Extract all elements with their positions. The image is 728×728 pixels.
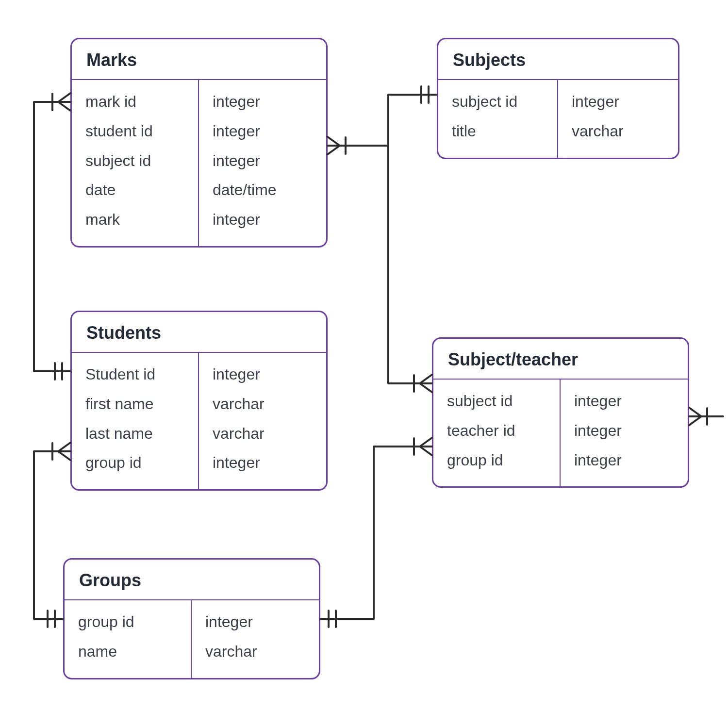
entity-marks: Marks mark id student id subject id date… bbox=[70, 38, 328, 248]
entity-fields-types: integer varchar bbox=[192, 600, 319, 678]
entity-fields-types: integer varchar bbox=[558, 80, 678, 158]
field-name: Student id bbox=[85, 360, 186, 389]
field-name: teacher id bbox=[447, 416, 548, 446]
svg-line-15 bbox=[58, 443, 70, 451]
field-type: integer bbox=[213, 448, 314, 478]
svg-line-10 bbox=[420, 375, 432, 383]
field-name: date bbox=[85, 175, 186, 205]
field-type: integer bbox=[213, 360, 314, 389]
rel-subjects-marks bbox=[328, 95, 437, 146]
entity-fields-names: subject id title bbox=[438, 80, 558, 158]
entity-groups: Groups group id name integer varchar bbox=[63, 558, 320, 679]
field-type: integer bbox=[213, 146, 314, 176]
entity-title: Subject/teacher bbox=[433, 339, 688, 380]
svg-line-24 bbox=[689, 416, 701, 425]
field-name: student id bbox=[85, 116, 186, 146]
entity-fields-names: mark id student id subject id date mark bbox=[72, 80, 199, 246]
field-name: title bbox=[452, 116, 546, 146]
svg-line-16 bbox=[58, 451, 70, 460]
field-name: subject id bbox=[85, 146, 186, 176]
field-type: integer bbox=[205, 607, 307, 637]
rel-students-marks bbox=[34, 102, 70, 371]
field-type: integer bbox=[574, 446, 676, 475]
field-name: group id bbox=[447, 446, 548, 475]
field-name: name bbox=[78, 637, 179, 666]
svg-line-20 bbox=[420, 438, 432, 447]
svg-line-23 bbox=[689, 408, 701, 416]
entity-title: Students bbox=[72, 312, 326, 353]
field-type: integer bbox=[574, 386, 676, 416]
svg-line-8 bbox=[328, 146, 340, 154]
svg-line-11 bbox=[420, 383, 432, 392]
field-name: subject id bbox=[452, 87, 546, 116]
field-name: last name bbox=[85, 419, 186, 448]
rel-subjects-subjectteacher bbox=[388, 146, 432, 383]
entity-subject-teacher: Subject/teacher subject id teacher id gr… bbox=[432, 337, 689, 488]
field-name: group id bbox=[78, 607, 179, 637]
field-type: date/time bbox=[213, 175, 314, 205]
field-type: varchar bbox=[213, 419, 314, 448]
entity-title: Marks bbox=[72, 39, 326, 80]
entity-fields-types: integer integer integer date/time intege… bbox=[199, 80, 326, 246]
erd-canvas: Marks mark id student id subject id date… bbox=[0, 0, 728, 728]
entity-fields-names: group id name bbox=[65, 600, 192, 678]
field-name: group id bbox=[85, 448, 186, 478]
field-name: first name bbox=[85, 389, 186, 419]
entity-title: Subjects bbox=[438, 39, 678, 80]
entity-fields-types: integer integer integer bbox=[561, 380, 688, 486]
field-type: integer bbox=[572, 87, 666, 116]
entity-fields-names: Student id first name last name group id bbox=[72, 353, 199, 489]
field-name: mark id bbox=[85, 87, 186, 116]
field-name: subject id bbox=[447, 386, 548, 416]
entity-subjects: Subjects subject id title integer varcha… bbox=[437, 38, 679, 159]
field-type: integer bbox=[574, 416, 676, 446]
field-type: integer bbox=[213, 116, 314, 146]
svg-line-2 bbox=[58, 93, 70, 102]
entity-fields-types: integer varchar varchar integer bbox=[199, 353, 326, 489]
field-type: varchar bbox=[572, 116, 666, 146]
svg-line-7 bbox=[328, 137, 340, 146]
svg-line-3 bbox=[58, 102, 70, 111]
rel-groups-subjectteacher bbox=[320, 447, 432, 619]
field-type: varchar bbox=[205, 637, 307, 666]
entity-title: Groups bbox=[65, 560, 319, 600]
entity-students: Students Student id first name last name… bbox=[70, 311, 328, 491]
field-type: integer bbox=[213, 205, 314, 234]
entity-fields-names: subject id teacher id group id bbox=[433, 380, 561, 486]
field-name: mark bbox=[85, 205, 186, 234]
svg-line-21 bbox=[420, 447, 432, 455]
field-type: varchar bbox=[213, 389, 314, 419]
field-type: integer bbox=[213, 87, 314, 116]
